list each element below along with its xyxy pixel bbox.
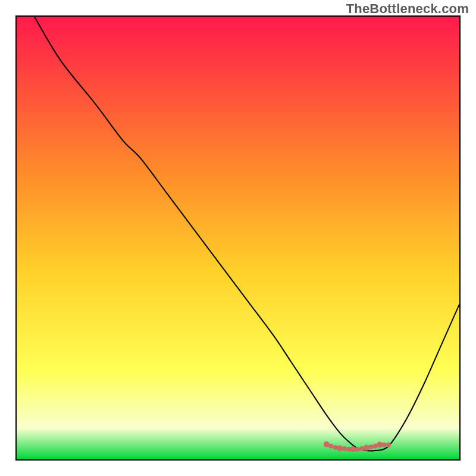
marker-dot	[386, 442, 391, 447]
watermark-text: TheBottleneck.com	[346, 1, 469, 17]
chart-frame: TheBottleneck.com	[0, 0, 476, 476]
marker-dot	[368, 444, 373, 449]
marker-dot	[364, 445, 369, 451]
marker-dot	[328, 444, 333, 449]
plot-area	[15, 15, 461, 461]
marker-dot	[355, 447, 360, 452]
marker-dot	[342, 446, 347, 451]
marker-dot	[382, 442, 387, 447]
gradient-background	[17, 17, 459, 459]
marker-dot	[337, 445, 343, 451]
plot-svg	[15, 15, 461, 461]
